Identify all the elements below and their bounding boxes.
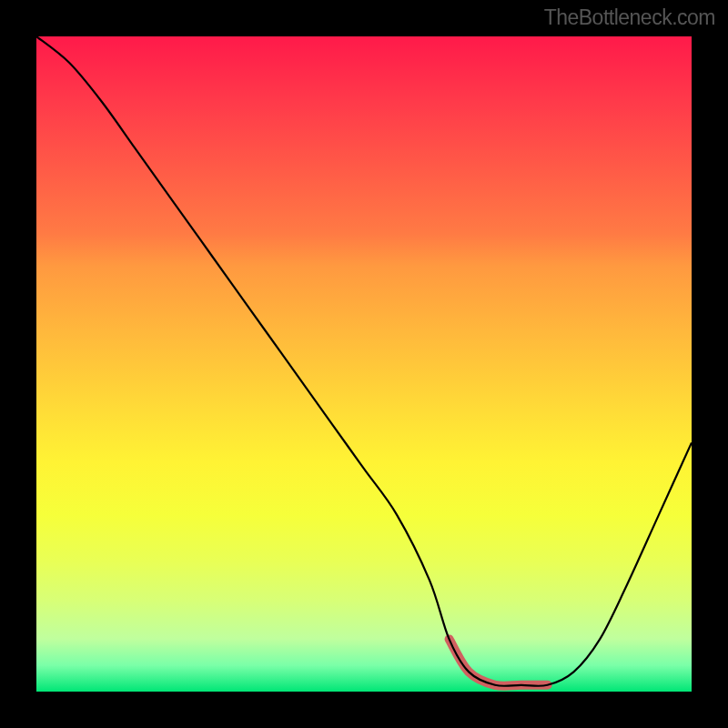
chart-plot-area xyxy=(36,36,692,692)
watermark-text: TheBottleneck.com xyxy=(544,5,715,30)
chart-svg xyxy=(36,36,692,692)
bottleneck-curve-line xyxy=(36,36,692,686)
optimal-range-highlight xyxy=(450,639,548,685)
